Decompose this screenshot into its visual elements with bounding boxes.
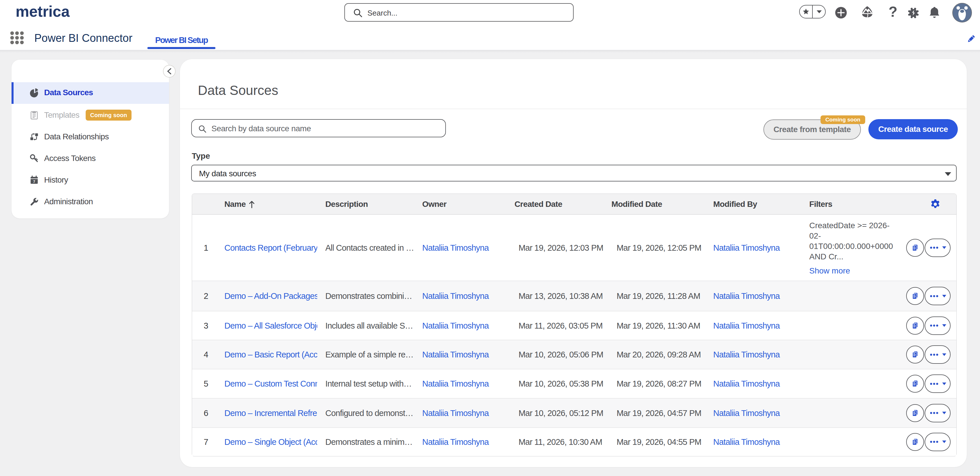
svg-text:7: 7 <box>33 180 35 183</box>
